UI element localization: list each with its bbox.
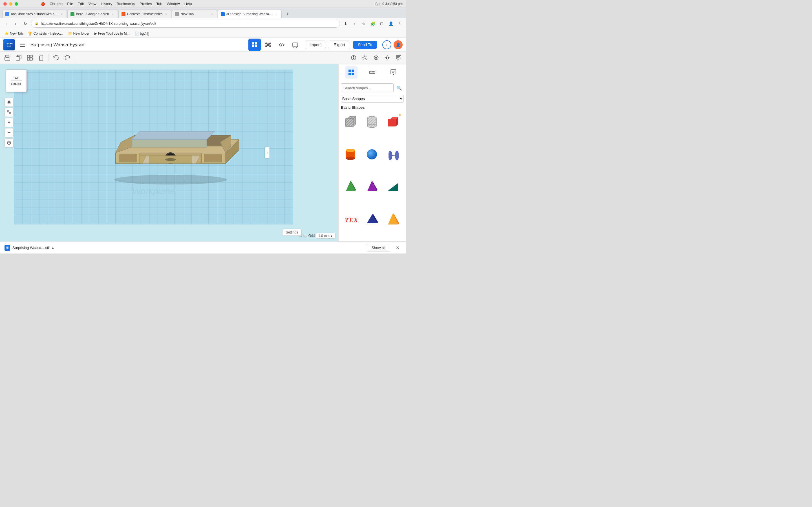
shapes-grid: ★: [339, 111, 406, 241]
tab-4-close[interactable]: ×: [210, 12, 214, 16]
shapes-search-button[interactable]: 🔍: [395, 83, 404, 93]
settings-button[interactable]: Settings: [282, 229, 302, 236]
home-view-button[interactable]: [4, 98, 13, 107]
shape-text[interactable]: TEXT: [341, 209, 360, 228]
snap-button[interactable]: [371, 53, 381, 63]
group-button[interactable]: [25, 53, 35, 63]
light-button[interactable]: [360, 53, 370, 63]
ruler-panel-button[interactable]: [366, 66, 378, 78]
undo-button[interactable]: [51, 53, 61, 63]
delete-button[interactable]: [36, 53, 46, 63]
profile-button[interactable]: 👤: [387, 20, 395, 27]
zoom-out-button[interactable]: −: [4, 128, 13, 137]
add-user-button[interactable]: +: [382, 40, 391, 49]
shape-box-hole[interactable]: [341, 112, 360, 131]
menu-history[interactable]: History: [101, 2, 112, 6]
shape-pyramid-yellow[interactable]: [384, 209, 403, 228]
menu-bookmarks[interactable]: Bookmarks: [117, 2, 135, 6]
shape-wedge-navy[interactable]: [362, 209, 382, 228]
shape-sphere-solid[interactable]: [362, 145, 382, 164]
inspector-button[interactable]: [349, 53, 359, 63]
back-button[interactable]: ‹: [2, 20, 10, 27]
user-avatar[interactable]: 👤: [394, 40, 403, 49]
tab-3[interactable]: Contests - Instructables ×: [118, 10, 171, 18]
shape-pyramid-purple[interactable]: [362, 177, 382, 196]
bookmark-5[interactable]: 📄 bgv\ []: [133, 31, 152, 36]
shape-cylinder-hole[interactable]: [362, 112, 382, 131]
show-all-button[interactable]: Show all: [367, 244, 390, 252]
annotation-button[interactable]: [394, 53, 404, 63]
tab-5-close[interactable]: ×: [274, 12, 278, 16]
bookmark-button[interactable]: ☆: [360, 20, 368, 27]
tab-2[interactable]: hello - Google Search ×: [67, 10, 117, 18]
menu-window[interactable]: Window: [167, 2, 180, 6]
shape-wedge-teal[interactable]: [384, 177, 403, 196]
bookmark-2-favicon: 🏆: [28, 32, 32, 36]
panel-collapse-button[interactable]: ›: [265, 147, 269, 158]
download-close-button[interactable]: ✕: [394, 244, 402, 252]
download-expand-button[interactable]: ▲: [51, 246, 55, 250]
menu-apple[interactable]: 🍎: [41, 2, 45, 6]
download-button[interactable]: ⬇: [342, 20, 350, 27]
shapes-category-select[interactable]: Basic Shapes: [341, 95, 404, 103]
reset-view-button[interactable]: [4, 138, 13, 147]
sendto-button[interactable]: Send To: [353, 41, 377, 49]
shape-box-solid[interactable]: ★: [384, 112, 403, 131]
new-workplane-button[interactable]: [2, 53, 12, 63]
view-cube[interactable]: TOP FRONT: [6, 69, 27, 92]
menu-file[interactable]: File: [67, 2, 73, 6]
menu-profiles[interactable]: Profiles: [140, 2, 152, 6]
shape-cylinder-solid[interactable]: [341, 145, 360, 164]
maximize-button[interactable]: [15, 2, 18, 6]
code-button[interactable]: [275, 39, 288, 51]
export-button[interactable]: Export: [329, 41, 350, 49]
bookmark-2[interactable]: 🏆 Contests - Instruc...: [26, 31, 65, 36]
menu-button[interactable]: ⋮: [396, 20, 404, 27]
bookmark-4[interactable]: ▶ Free YouTube to M...: [92, 31, 132, 36]
menu-help[interactable]: Help: [185, 2, 192, 6]
menu-chrome[interactable]: Chrome: [50, 2, 63, 6]
paw-button[interactable]: [262, 39, 274, 51]
redo-button[interactable]: [62, 53, 72, 63]
sidebar-toggle[interactable]: ⊟: [378, 20, 386, 27]
view-cube-box[interactable]: TOP FRONT: [6, 69, 27, 92]
share-button[interactable]: ↑: [351, 20, 359, 27]
menu-view[interactable]: View: [89, 2, 96, 6]
shape-pyramid-green[interactable]: [341, 177, 360, 196]
close-button[interactable]: [3, 2, 7, 6]
tab-2-close[interactable]: ×: [111, 12, 115, 16]
shapes-panel-button[interactable]: [345, 66, 357, 78]
menu-tab[interactable]: Tab: [156, 2, 162, 6]
menu-edit[interactable]: Edit: [78, 2, 84, 6]
extensions-button[interactable]: 🧩: [369, 20, 377, 27]
tab-3-close[interactable]: ×: [164, 12, 168, 16]
mirror-button[interactable]: [382, 53, 393, 63]
copy-button[interactable]: [13, 53, 24, 63]
tab-1[interactable]: and xbox sires s stand with a ... ×: [2, 10, 67, 18]
tab-4[interactable]: New Tab ×: [172, 10, 217, 18]
snap-grid-value[interactable]: 1.0 mm ▲: [316, 233, 336, 238]
shapes-search-input[interactable]: [341, 83, 394, 93]
zoom-in-button[interactable]: +: [4, 118, 13, 127]
svg-rect-3: [252, 42, 254, 45]
sim-button[interactable]: [289, 39, 301, 51]
hamburger-button[interactable]: [18, 40, 27, 49]
bookmark-3[interactable]: 📁 New folder: [66, 31, 92, 36]
reload-button[interactable]: ↻: [21, 20, 29, 27]
bookmark-1[interactable]: ⭐ New Tab: [2, 31, 25, 36]
tab-1-close[interactable]: ×: [60, 12, 64, 16]
grid-view-button[interactable]: [248, 39, 261, 51]
import-button[interactable]: Import: [305, 41, 326, 49]
new-tab-button[interactable]: +: [283, 10, 291, 18]
forward-button[interactable]: ›: [12, 20, 20, 27]
minimize-button[interactable]: [9, 2, 12, 6]
notes-panel-button[interactable]: [387, 66, 400, 78]
tab-5[interactable]: 3D design Surprising Waasa-... ×: [218, 10, 282, 18]
svg-point-128: [367, 124, 376, 128]
tabs-bar: and xbox sires s stand with a ... × hell…: [0, 8, 406, 18]
address-bar[interactable]: 🔒 https://www.tinkercad.com/things/aeZvH…: [31, 20, 340, 27]
viewport[interactable]: Workplane TOP FRONT + −: [0, 64, 338, 241]
fit-view-button[interactable]: [4, 108, 13, 117]
shape-squiggle[interactable]: [384, 145, 403, 164]
tinkercad-logo[interactable]: TINKERCAD: [3, 39, 15, 50]
